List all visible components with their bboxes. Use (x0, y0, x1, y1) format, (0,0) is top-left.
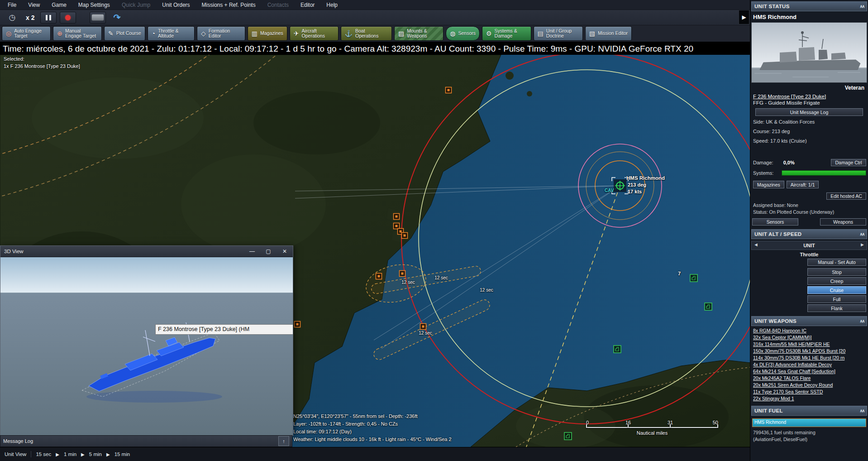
play-icon[interactable]: ▶ (106, 452, 110, 457)
unit-class-link[interactable]: F 236 Montrose [Type 23 Duke] (750, 91, 868, 99)
3d-viewport[interactable]: F 236 Montrose [Type 23 Duke] (HM (0, 257, 293, 435)
contact-marker[interactable] (394, 223, 400, 229)
menu-map-settings[interactable]: Map Settings (72, 2, 116, 8)
weapon-item[interactable]: 20x Mk251 Siren Active Decoy Round (750, 382, 868, 389)
throttle-full-button[interactable]: Full (807, 295, 866, 303)
weapon-item[interactable]: 11x Type 2170 Sea Sentor SSTD (750, 389, 868, 396)
contact-marker[interactable] (394, 214, 400, 220)
manual-engage-target-button[interactable]: ⊕Manual Engage Target (53, 26, 102, 41)
weapon-item[interactable]: 64x Mk214 Sea Gnat Chaff [Seduction] (750, 369, 868, 375)
contact-marker[interactable] (295, 322, 300, 327)
throttle-cruise-button[interactable]: Cruise (807, 286, 866, 294)
damage-ctrl-button[interactable]: Damage Ctrl (831, 159, 866, 166)
menu-game[interactable]: Game (46, 2, 72, 8)
sidebar-expand-tab[interactable]: ▶ (739, 10, 749, 24)
maximize-button[interactable]: ▢ (260, 246, 277, 257)
unit-status-header[interactable]: UNIT STATUS ∧∧ (751, 1, 867, 11)
installation-marker[interactable] (690, 274, 697, 282)
message-log-expand-button[interactable]: ↑ (278, 436, 289, 446)
formation-editor-button[interactable]: ◇Formation Editor (197, 26, 245, 41)
sensors-panel-button[interactable]: Sensors (752, 218, 798, 226)
edit-hosted-ac-row: Edit hosted AC (750, 188, 868, 200)
weapon-item[interactable]: 150x 30mm/75 DS30B Mk1 APDS Burst [20 (750, 348, 868, 355)
weapon-item[interactable]: 32x Sea Ceptor [CAMM(M)] (750, 335, 868, 341)
contact-marker[interactable] (376, 274, 382, 279)
contact-marker[interactable] (402, 233, 408, 239)
ownship-unit-icon[interactable] (612, 178, 628, 194)
edit-hosted-ac-button[interactable]: Edit hosted AC (826, 192, 866, 200)
installation-marker[interactable] (564, 432, 572, 440)
record-button[interactable] (60, 12, 76, 24)
weapon-item[interactable]: 20x Mk245A2 TALOS Flare (750, 375, 868, 382)
button-label: Plot Course (116, 31, 141, 36)
jump-button[interactable]: ↷ (109, 12, 124, 23)
throttle-creep-button[interactable]: Creep (807, 277, 866, 285)
manual-set-auto-button[interactable]: Manual - Set Auto (807, 259, 866, 266)
time-step-5min[interactable]: 5 min (89, 451, 102, 457)
contact-marker[interactable] (420, 324, 426, 330)
unit-message-log-button[interactable]: Unit Message Log (755, 108, 863, 116)
play-icon[interactable]: ▶ (81, 452, 85, 457)
fuel-remaining-line2: (AviationFuel, DieselFuel) (750, 436, 868, 442)
3d-view-titlebar[interactable]: 3D View — ▢ ✕ (0, 246, 293, 257)
throttle-flank-button[interactable]: Flank (807, 304, 866, 312)
installation-marker[interactable] (614, 346, 621, 353)
menu-missions-ref-points[interactable]: Missions + Ref. Points (196, 2, 262, 8)
gauge-icon: ◔ (152, 30, 155, 37)
unit-group-doctrine-button[interactable]: ▤Unit / Group Doctrine (534, 26, 583, 41)
weapon-item[interactable]: 114x 30mm/75 DS30B Mk1 HE Burst [20 rn (750, 355, 868, 362)
magazines-button[interactable]: ▥Magazines (248, 26, 287, 41)
button-label: Auto Engage Target (14, 29, 47, 38)
auto-engage-target-button[interactable]: ◎Auto Engage Target (2, 26, 51, 41)
weapons-panel-button[interactable]: Weapons (820, 218, 866, 226)
menu-file[interactable]: File (2, 2, 22, 8)
pause-button[interactable] (40, 12, 57, 24)
magazines-panel-button[interactable]: Magazines (753, 181, 784, 188)
menu-help[interactable]: Help (320, 2, 343, 8)
printer-button[interactable] (90, 12, 106, 24)
play-icon[interactable]: ▶ (56, 452, 59, 457)
throttle-altitude-button[interactable]: ◔Throttle & Altitude (148, 26, 195, 41)
time-step-15min[interactable]: 15 min (114, 451, 130, 457)
weapons-list: 8x RGM-84D Harpoon IC 32x Sea Ceptor [CA… (750, 326, 868, 404)
contact-marker[interactable] (446, 87, 452, 93)
installation-marker[interactable] (705, 303, 712, 310)
unit-fuel-header[interactable]: UNIT FUEL ∧∧ (751, 406, 867, 416)
contact-marker[interactable] (400, 271, 405, 277)
anchor-icon: ⚓ (345, 30, 353, 37)
mission-editor-button[interactable]: ▧Mission Editor (585, 26, 632, 41)
minimize-icon: — (249, 248, 255, 255)
aircraft-operations-button[interactable]: ✈Aircraft Operations (290, 26, 339, 41)
unit-alt-speed-header[interactable]: UNIT ALT / SPEED ∧∧ (751, 229, 867, 239)
time-compression-display[interactable]: x 2 (23, 14, 37, 21)
prev-unit-icon[interactable]: ◄ (754, 242, 758, 247)
collapse-icon: ∧∧ (860, 319, 864, 323)
button-label: Boat Operations (355, 29, 388, 38)
weapon-item[interactable]: 4x DLF(3) Advanced Inflatable Decoy (750, 362, 868, 369)
time-control-bar: ◷ x 2 ↷ (0, 10, 750, 25)
weapon-item[interactable]: 316x 114mm/55 Mk8 HE(MP)ER HE (750, 341, 868, 348)
boat-operations-button[interactable]: ⚓Boat Operations (341, 26, 392, 41)
menu-unit-orders[interactable]: Unit Orders (156, 2, 196, 8)
menu-view[interactable]: View (22, 2, 46, 8)
systems-damage-button[interactable]: ⚙Systems & Damage (482, 26, 531, 41)
close-button[interactable]: ✕ (277, 246, 293, 257)
time-step-1min[interactable]: 1 min (64, 451, 76, 457)
view-mode-selector[interactable]: Unit View (5, 451, 26, 457)
time-step-15sec[interactable]: 15 sec (36, 451, 51, 457)
unit-weapons-header[interactable]: UNIT WEAPONS ∧∧ (751, 316, 867, 326)
weapon-item[interactable]: 8x RGM-84D Harpoon IC (750, 328, 868, 335)
plot-course-button[interactable]: ✎Plot Course (104, 26, 145, 41)
mounts-weapons-button[interactable]: ▨Mounts & Weapons (394, 26, 444, 41)
sensors-button[interactable]: ◍Sensors (446, 26, 480, 41)
throttle-stop-button[interactable]: Stop (807, 268, 866, 276)
damage-value: 0,0% (783, 160, 795, 165)
unit-status-panel: UNIT STATUS ∧∧ HMS Richmond Veteran F 23… (750, 0, 868, 461)
aircraft-panel-button[interactable]: Aircraft: 1/1 (787, 181, 819, 188)
minimize-button[interactable]: — (244, 246, 260, 257)
weapon-item[interactable]: 22x Stingray Mod 1 (750, 396, 868, 403)
clock-icon[interactable]: ◷ (5, 12, 20, 23)
unit-status-header-label: UNIT STATUS (754, 4, 790, 9)
menu-editor[interactable]: Editor (295, 2, 320, 8)
next-unit-icon[interactable]: ► (860, 242, 865, 247)
